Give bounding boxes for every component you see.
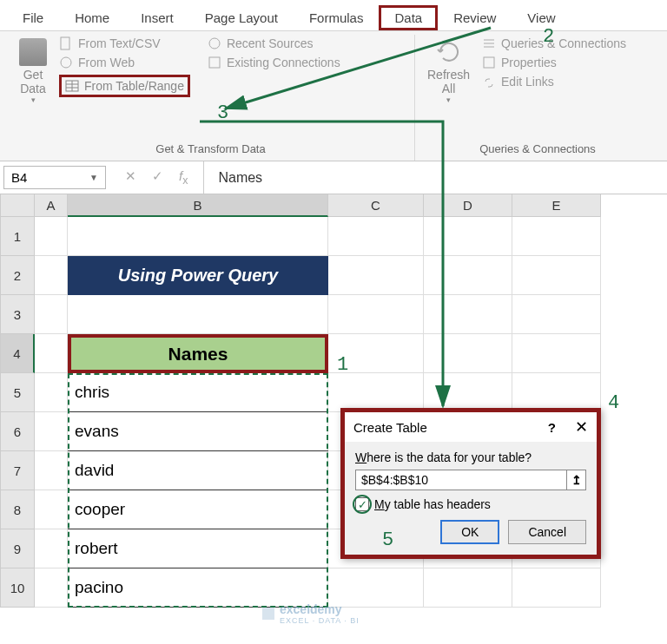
col-header-D[interactable]: D: [424, 194, 512, 217]
ok-button[interactable]: OK: [440, 520, 499, 544]
table-cell[interactable]: chris: [68, 373, 328, 412]
row-header[interactable]: 3: [0, 295, 35, 334]
existing-connections-button[interactable]: Existing Connections: [208, 56, 340, 69]
table-body: chris evans david cooper robert pacino: [68, 373, 328, 608]
col-header-A[interactable]: A: [35, 194, 68, 217]
database-icon: [19, 38, 47, 66]
refresh-icon: [435, 38, 463, 66]
dialog-prompt: Where is the data for your table?: [355, 450, 586, 464]
range-input[interactable]: ↥: [355, 470, 586, 490]
chevron-down-icon[interactable]: ▼: [89, 173, 98, 182]
refresh-all-button[interactable]: Refresh All ▾: [422, 35, 475, 108]
link-icon: [208, 56, 221, 69]
fx-icon[interactable]: fx: [179, 168, 188, 187]
row-header[interactable]: 8: [0, 490, 35, 529]
cancel-button[interactable]: Cancel: [508, 520, 586, 544]
svg-rect-7: [209, 57, 220, 68]
row-header[interactable]: 5: [0, 373, 35, 412]
get-data-button[interactable]: Get Data ▾: [14, 35, 52, 108]
globe-icon: [59, 56, 73, 69]
cancel-icon[interactable]: ✕: [125, 168, 136, 187]
annotation-number: 4: [608, 392, 619, 414]
group-label-get-transform: Get & Transform Data: [14, 139, 407, 161]
row-header[interactable]: 4: [0, 334, 35, 373]
dialog-title: Create Table: [353, 420, 427, 435]
row-header[interactable]: 1: [0, 217, 35, 256]
tab-file[interactable]: File: [7, 5, 59, 30]
table-cell[interactable]: cooper: [68, 490, 328, 529]
dialog-help-button[interactable]: ?: [548, 420, 556, 435]
banner-title: Using Power Query: [68, 256, 328, 295]
table-cell[interactable]: david: [68, 451, 328, 490]
from-web-button[interactable]: From Web: [59, 56, 190, 69]
from-table-range-button[interactable]: From Table/Range: [59, 75, 190, 97]
ribbon: Get Data ▾ From Text/CSV From Web From T…: [0, 31, 667, 161]
from-text-csv-button[interactable]: From Text/CSV: [59, 36, 190, 50]
chain-icon: [482, 75, 496, 89]
list-icon: [482, 36, 496, 50]
table-header-cell[interactable]: Names: [68, 334, 328, 373]
document-icon: [59, 36, 73, 50]
row-header[interactable]: 6: [0, 412, 35, 451]
table-icon: [65, 79, 79, 93]
annotation-number: 5: [382, 529, 393, 551]
range-selector-icon[interactable]: ↥: [566, 470, 585, 490]
ribbon-tabs: File Home Insert Page Layout Formulas Da…: [0, 0, 667, 31]
properties-icon: [482, 56, 496, 69]
enter-icon[interactable]: ✓: [152, 168, 163, 187]
table-cell[interactable]: robert: [68, 529, 328, 568]
table-cell[interactable]: evans: [68, 412, 328, 451]
row-header[interactable]: 10: [0, 568, 35, 608]
annotation-number: 3: [217, 102, 228, 124]
row-header[interactable]: 2: [0, 256, 35, 295]
col-header-C[interactable]: C: [328, 194, 424, 217]
annotation-number: 2: [543, 26, 554, 48]
logo-icon: [261, 606, 276, 621]
watermark: exceldemy EXCEL · DATA · BI: [261, 602, 360, 625]
row-header[interactable]: 7: [0, 451, 35, 490]
tab-insert[interactable]: Insert: [125, 5, 189, 30]
tab-home[interactable]: Home: [59, 5, 125, 30]
row-header[interactable]: 9: [0, 529, 35, 568]
svg-rect-11: [484, 57, 494, 68]
clock-icon: [208, 36, 221, 50]
tab-data[interactable]: Data: [379, 5, 438, 30]
tab-review[interactable]: Review: [438, 5, 512, 30]
headers-checkbox[interactable]: ✓: [355, 497, 369, 511]
tab-page-layout[interactable]: Page Layout: [189, 5, 294, 30]
formula-bar: B4 ▼ ✕ ✓ fx Names: [0, 161, 667, 194]
checkbox-label: My table has headers: [374, 497, 491, 511]
svg-point-6: [209, 38, 220, 49]
annotation-number: 1: [337, 354, 348, 376]
formula-input[interactable]: Names: [203, 161, 262, 194]
range-field[interactable]: [356, 470, 566, 490]
tab-formulas[interactable]: Formulas: [294, 5, 380, 30]
col-header-E[interactable]: E: [512, 194, 601, 217]
name-box[interactable]: B4 ▼: [3, 166, 106, 189]
svg-rect-0: [61, 37, 69, 49]
group-label-queries: Queries & Connections: [422, 139, 653, 161]
svg-point-1: [61, 57, 71, 68]
create-table-dialog: Create Table ? ✕ Where is the data for y…: [340, 408, 601, 559]
properties-button[interactable]: Properties: [482, 56, 626, 69]
edit-links-button[interactable]: Edit Links: [482, 75, 626, 89]
select-all-corner[interactable]: [0, 194, 35, 217]
recent-sources-button[interactable]: Recent Sources: [208, 36, 340, 50]
close-icon[interactable]: ✕: [575, 417, 588, 437]
tab-view[interactable]: View: [512, 5, 571, 30]
col-header-B[interactable]: B: [68, 194, 328, 217]
svg-rect-13: [262, 608, 274, 620]
